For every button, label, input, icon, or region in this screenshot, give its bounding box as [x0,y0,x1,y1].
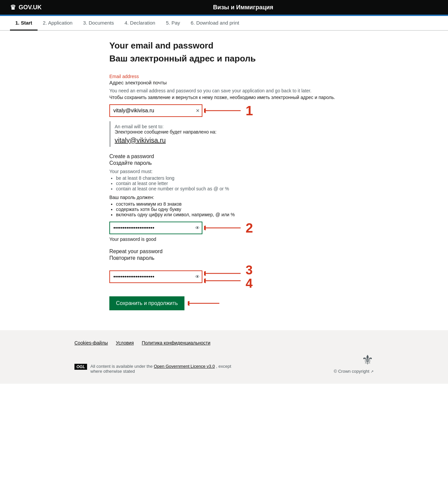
confirm-hint-en: An email will be sent to: [115,124,335,129]
must-label: Your password must: [109,169,339,174]
footer-link-privacy[interactable]: Политика конфиденциальности [142,340,211,346]
site-title: Визы и Иммиграция [48,4,438,11]
footer-link-terms[interactable]: Условия [116,340,134,346]
external-link-icon: ↗ [371,369,374,373]
confirm-hint-ru: Электронное сообщение будет направлено н… [115,129,335,135]
password-input[interactable] [109,222,202,234]
page-title-ru: Ваш электронный адрес и пароль [109,53,339,64]
req-en-1: be at least 8 characters long [116,175,339,181]
ogl-logo: OGL [74,364,87,370]
req-ru-1: состоять минимум из 8 знаков [116,201,339,207]
create-password-label-en: Create a password [109,153,339,159]
req-ru-3: включать одну цифру или символ, например… [116,212,339,217]
req-ru-2: содержать хотя бы одну букву [116,207,339,212]
email-hint-en: You need an email address and password s… [109,88,339,93]
gov-logo: ♛ GOV.UK [10,3,42,11]
arrow-submit [188,297,221,310]
email-section: Email address Адрес электроной почты You… [109,74,339,147]
confirm-email-value: vitaly@vikivisa.ru [115,137,335,144]
annotation-2: 2 [246,221,253,235]
requirements-list-ru: состоять минимум из 8 знаков содержать х… [116,201,339,217]
footer-ogl: OGL All content is available under the O… [74,364,241,374]
nav-step-5[interactable]: 5. Pay [161,16,185,31]
email-label-en: Email address [109,74,339,79]
req-en-3: contain at least one number or symbol su… [116,186,339,191]
gov-logo-text: GOV.UK [19,4,42,11]
requirements-ru-label: Ваш пароль должен: [109,195,339,200]
site-footer: Cookies-файлы Условия Политика конфиденц… [0,330,448,384]
page-title-en: Your email and password [109,41,339,51]
create-password-label-ru: Создайте пароль [109,160,339,166]
crown-emblem-icon: ⚜ [334,352,374,367]
password-toggle-icon[interactable]: 👁 [195,225,200,231]
nav-step-4[interactable]: 4. Declaration [119,16,161,31]
nav-step-2[interactable]: 2. Application [38,16,78,31]
nav-step-1[interactable]: 1. Start [10,16,38,31]
email-input[interactable] [109,104,202,117]
repeat-label-ru: Повторите пароль [109,255,339,261]
password-section: Create a password Создайте пароль Your p… [109,153,339,242]
arrow-1 [204,106,244,116]
email-hint-ru: Чтобы сохранить заявление и вернуться к … [109,95,339,100]
arrow-3-4 [204,267,244,287]
crown-copyright: ⚜ © Crown copyright ↗ [334,352,374,374]
repeat-password-input[interactable] [109,270,202,283]
annotation-4: 4 [246,277,253,290]
footer-link-cookies[interactable]: Cookies-файлы [74,340,108,346]
crown-copyright-text: © Crown copyright [334,369,369,374]
requirements-list-en: be at least 8 characters long contain at… [116,175,339,191]
repeat-password-section: Repeat your password Повторите пароль 👁 … [109,248,339,290]
ogl-link[interactable]: Open Government Licence v3.0 [154,364,215,369]
footer-links: Cookies-файлы Условия Политика конфиденц… [74,340,374,346]
submit-button[interactable]: Сохранить и продолжить [109,296,184,310]
site-header: ♛ GOV.UK Визы и Иммиграция [0,0,448,15]
main-content: Your email and password Ваш электронный … [99,31,349,330]
annotation-3: 3 [246,264,253,276]
arrow-2 [204,223,244,233]
req-en-2: contain at least one letter [116,181,339,186]
ogl-text: All content is available under the Open … [90,364,241,374]
email-clear-icon[interactable]: ✕ [196,108,200,113]
annotation-1: 1 [246,104,253,117]
nav-step-3[interactable]: 3. Documents [78,16,119,31]
step-navigation: 1. Start 2. Application 3. Documents 4. … [0,16,448,31]
repeat-password-toggle-icon[interactable]: 👁 [195,274,200,279]
nav-step-6[interactable]: 6. Download and print [185,16,245,31]
email-confirm-box: An email will be sent to: Электронное со… [109,121,339,147]
crown-icon: ♛ [10,3,16,11]
email-label-ru: Адрес электроной почты [109,80,339,85]
repeat-label-en: Repeat your password [109,248,339,254]
password-good-label: Your password is good [109,237,339,242]
